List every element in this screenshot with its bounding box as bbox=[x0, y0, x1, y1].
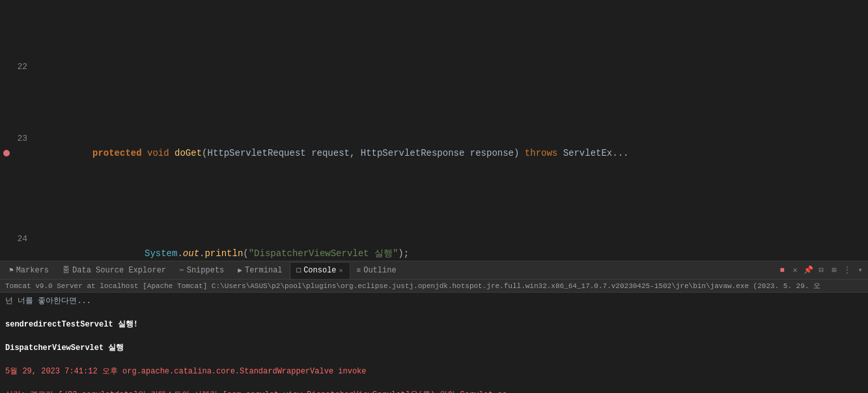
code-line-24: 24 System.out.println("DispatcherViewSer… bbox=[0, 232, 868, 261]
terminal-icon: ▶ bbox=[238, 266, 242, 274]
view-menu-button[interactable]: ⋮ bbox=[842, 265, 852, 276]
snippets-icon: ✂ bbox=[180, 266, 184, 274]
console-line-1: 넌 너를 좋아한다면... bbox=[5, 295, 863, 307]
editor-area: 22 23 protected void doGet(HttpServletRe… bbox=[0, 0, 868, 261]
tab-data-source-explorer[interactable]: 🗄 Data Source Explorer bbox=[56, 262, 173, 279]
markers-icon: ⚑ bbox=[9, 266, 14, 274]
outline-icon: ≡ bbox=[357, 267, 361, 274]
minimize-button[interactable]: ⊟ bbox=[816, 265, 826, 276]
tab-outline[interactable]: ≡ Outline bbox=[350, 262, 404, 279]
console-line-2: sendredirectTestServelt 실행! bbox=[5, 319, 863, 330]
more-button[interactable]: ▾ bbox=[855, 265, 865, 276]
console-toolbar: ■ ✕ 📌 ⊟ ⊞ ⋮ ▾ bbox=[777, 265, 865, 276]
tab-snippets[interactable]: ✂ Snippets bbox=[173, 262, 231, 279]
pin-button[interactable]: 📌 bbox=[803, 265, 813, 276]
tab-close-icon[interactable]: ✕ bbox=[339, 267, 343, 274]
console-line-5: 심각: 경로가 [/02_servletdata]인 컨텍스트의 서블릿 [co… bbox=[5, 389, 863, 393]
tab-markers[interactable]: ⚑ Markers bbox=[3, 262, 56, 279]
console-line-3: DispatcherViewServlet 실행 bbox=[5, 342, 863, 354]
tab-terminal[interactable]: ▶ Terminal bbox=[231, 262, 289, 279]
maximize-button[interactable]: ⊞ bbox=[829, 265, 839, 276]
bottom-panel: ⚑ Markers 🗄 Data Source Explorer ✂ Snipp… bbox=[0, 261, 868, 393]
datasource-icon: 🗄 bbox=[63, 266, 70, 274]
console-line-4: 5월 29, 2023 7:41:12 오후 org.apache.catali… bbox=[5, 366, 863, 377]
stop-button[interactable]: ■ bbox=[777, 265, 787, 276]
console-icon: □ bbox=[297, 267, 301, 274]
close-console-button[interactable]: ✕ bbox=[790, 265, 800, 276]
tabs-bar: ⚑ Markers 🗄 Data Source Explorer ✂ Snipp… bbox=[0, 261, 868, 280]
code-line-23: 23 protected void doGet(HttpServletReque… bbox=[0, 132, 868, 175]
code-line-22: 22 bbox=[0, 60, 868, 74]
console-path: Tomcat v9.0 Server at localhost [Apache … bbox=[0, 280, 868, 293]
console-output: 넌 너를 좋아한다면... sendredirectTestServelt 실행… bbox=[0, 293, 868, 393]
tab-console[interactable]: □ Console ✕ bbox=[290, 262, 350, 279]
